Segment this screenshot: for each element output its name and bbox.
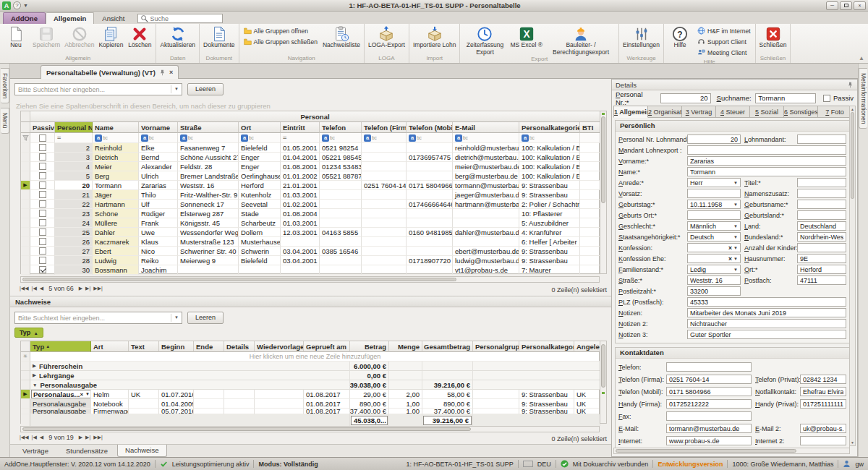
- passiv-checkbox[interactable]: [39, 247, 46, 255]
- bauleiter-berechtigungsexport-button[interactable]: Bauleiter- / Berechtigungsexport: [545, 25, 617, 56]
- group-row[interactable]: ▶Führerschein6.000,00 €: [21, 362, 599, 371]
- ribbon-tab-ansicht[interactable]: Ansicht: [94, 12, 132, 24]
- details-tab[interactable]: 2 Organisation: [648, 106, 682, 118]
- bottom-tab-stundensätze[interactable]: Stundensätze: [58, 445, 116, 457]
- column-header[interactable]: BTI: [580, 122, 600, 133]
- table-row[interactable]: 5BergUlrichBremer Landstraße 1Oerlinghau…: [21, 171, 599, 181]
- loeschen-button[interactable]: Löschen: [125, 25, 154, 55]
- details-tab[interactable]: 6 Sonstiges: [784, 106, 818, 118]
- column-header[interactable]: Text: [129, 341, 159, 352]
- dropdown-arrow-icon[interactable]: ▼: [733, 224, 738, 228]
- field-input[interactable]: [797, 178, 846, 187]
- next-row-icon[interactable]: ▶: [78, 435, 83, 440]
- typ-editor-combobox[interactable]: Personalaus...×▼: [31, 390, 91, 398]
- field-input[interactable]: [666, 411, 752, 421]
- loga-export-button[interactable]: LOGA-Export: [366, 25, 407, 55]
- passiv-checkbox[interactable]: [39, 219, 46, 226]
- table-row[interactable]: ▶Personalaus...×▼HelmUK01.07.201601.08.2…: [21, 390, 599, 399]
- passiv-checkbox[interactable]: [39, 238, 46, 245]
- field-input[interactable]: Ledig▼: [687, 265, 741, 274]
- passiv-checkbox[interactable]: [39, 144, 46, 151]
- column-header[interactable]: Personalgruppe: [473, 341, 519, 352]
- aktualisieren-button[interactable]: Aktualisieren: [158, 25, 197, 55]
- group-by-chip-typ[interactable]: Typ ▲: [14, 328, 43, 338]
- ribbon-search-input[interactable]: Suche: [137, 14, 223, 23]
- abbrechen-button[interactable]: Abbrechen: [62, 25, 96, 55]
- column-header[interactable]: Ende: [194, 341, 224, 352]
- column-header[interactable]: Passiv: [30, 122, 55, 133]
- ribbon-collapse-icon[interactable]: ▲: [859, 55, 864, 61]
- column-header[interactable]: Beginn: [159, 341, 194, 352]
- filter-cell[interactable]: abc: [519, 133, 580, 143]
- app-logo-icon[interactable]: A: [2, 1, 11, 10]
- last-page-icon[interactable]: ▶▶|: [93, 286, 103, 291]
- menue-tab[interactable]: Menü: [1, 108, 9, 133]
- table-row[interactable]: PersonalausgabeNotebook01.04.200901.08.2…: [21, 399, 599, 409]
- table-row[interactable]: PersonalausgabeFirmenwagen05.07.201601.0…: [21, 409, 599, 414]
- importiere-lohn-button[interactable]: Importiere Lohn: [411, 25, 459, 55]
- filter-cell[interactable]: abc: [362, 133, 407, 143]
- table-row[interactable]: 3DietrichBerndSchöne Aussicht 27Enger01.…: [21, 153, 599, 162]
- field-input[interactable]: [797, 210, 846, 220]
- suchname-field[interactable]: Tormann: [755, 93, 816, 103]
- field-input[interactable]: Deutsch▼: [687, 232, 741, 242]
- details-hscrollbar[interactable]: [613, 448, 850, 454]
- column-header[interactable]: Telefon: [320, 122, 362, 133]
- field-input[interactable]: 9E: [797, 254, 846, 263]
- speichern-button[interactable]: Speichern: [30, 25, 62, 55]
- column-header[interactable]: Angelegt: [574, 341, 600, 352]
- zeiterfassung-export-button[interactable]: Zeiterfassung Export: [461, 25, 508, 56]
- field-input[interactable]: 0251 7604-14: [666, 375, 752, 384]
- dropdown-arrow-icon[interactable]: ▼: [733, 268, 738, 272]
- field-input[interactable]: ×▼: [687, 243, 741, 252]
- hilfe-button[interactable]: ? Hilfe: [665, 25, 694, 59]
- column-header[interactable]: Wiedervorlage: [255, 341, 304, 352]
- prev-row-icon[interactable]: ◀: [39, 435, 44, 440]
- table-row[interactable]: 26KaczmarekKlausMusterstraße 123Musterha…: [21, 237, 599, 247]
- scroll-down-icon[interactable]: ▼: [850, 440, 855, 445]
- field-input[interactable]: [797, 200, 846, 209]
- dokumente-button[interactable]: Dokumente: [201, 25, 237, 55]
- passiv-checkbox[interactable]: [39, 228, 46, 236]
- column-header[interactable]: Straße: [178, 122, 239, 133]
- kopieren-button[interactable]: Kopieren: [96, 25, 125, 55]
- field-input[interactable]: Weststr. 16: [687, 275, 741, 285]
- passiv-checkbox[interactable]: [39, 191, 46, 198]
- filter-cell[interactable]: abc: [93, 133, 139, 143]
- filter-cell[interactable]: abc: [407, 133, 453, 143]
- close-button[interactable]: ×: [854, 1, 866, 10]
- bottom-tab-verträge[interactable]: Verträge: [14, 445, 56, 457]
- column-header[interactable]: Gesamtbetrag: [422, 341, 473, 352]
- expand-group-icon[interactable]: ▶: [33, 372, 36, 378]
- clear-value-icon[interactable]: ×: [80, 391, 83, 398]
- column-header[interactable]: Typ▲: [30, 341, 91, 352]
- pin-icon[interactable]: [847, 82, 854, 88]
- search-dropdown-icon[interactable]: ▼: [171, 85, 179, 93]
- prev-page-icon[interactable]: |◀: [31, 435, 38, 440]
- restore-button[interactable]: [840, 1, 852, 10]
- field-input[interactable]: Tormann: [687, 167, 846, 176]
- column-header[interactable]: Vorname: [139, 122, 178, 133]
- einstellungen-button[interactable]: Einstellungen: [621, 25, 662, 55]
- filter-cell[interactable]: abc: [139, 133, 178, 143]
- table-row[interactable]: 21JägerThiloFritz-Walther-Str. 9Kutenhol…: [21, 190, 599, 200]
- passiv-checkbox[interactable]: [823, 95, 830, 102]
- filter-checkbox[interactable]: [39, 134, 46, 142]
- details-tab[interactable]: 1 Allgemein: [613, 106, 648, 118]
- personal-leeren-button[interactable]: Leeren: [187, 83, 224, 95]
- alle-gruppen-oeffnen-button[interactable]: Alle Gruppen öffnen: [242, 26, 319, 35]
- pin-icon[interactable]: [159, 69, 166, 76]
- table-row[interactable]: 28LudwigReikoMeierweg 9Bielefeld03.04.20…: [21, 256, 599, 265]
- passiv-checkbox[interactable]: [39, 153, 46, 161]
- field-input[interactable]: Nichtraucher: [687, 319, 846, 328]
- favoriten-tab[interactable]: Favoriten: [1, 68, 9, 103]
- scroll-up-icon[interactable]: ▲: [850, 107, 855, 111]
- passiv-checkbox[interactable]: [39, 163, 46, 170]
- field-input[interactable]: 017251111111: [800, 399, 846, 409]
- filter-cell[interactable]: abc: [453, 133, 519, 143]
- column-header[interactable]: E-Mail: [453, 122, 519, 133]
- prev-page-icon[interactable]: |◀: [31, 286, 38, 291]
- column-header[interactable]: Eintritt: [281, 122, 320, 133]
- hf-im-internet-button[interactable]: H&F im Internet: [696, 26, 752, 35]
- prev-row-icon[interactable]: ◀: [39, 286, 44, 291]
